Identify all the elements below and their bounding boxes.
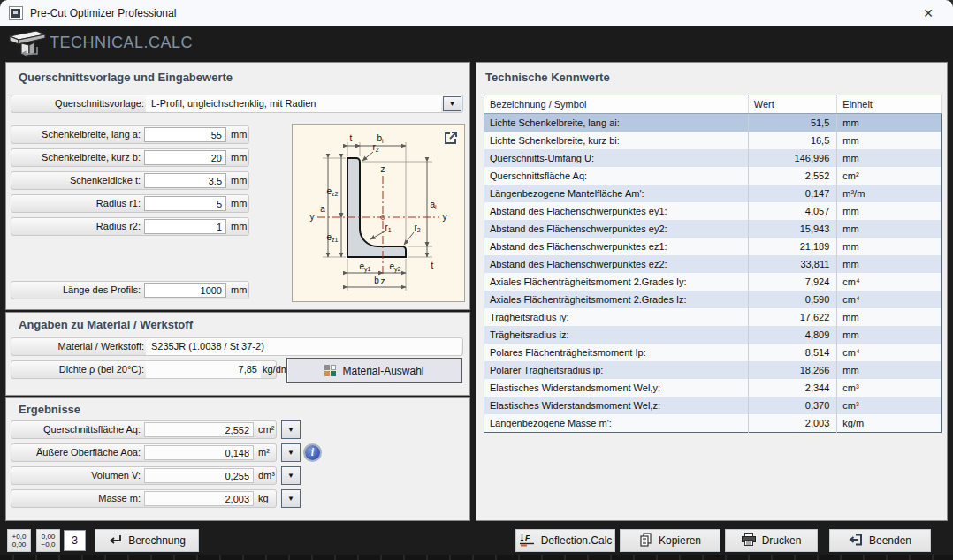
input-unit: mm	[231, 195, 247, 212]
decimal-decrease-button[interactable]: 0,00 −0,0	[36, 529, 60, 552]
table-row[interactable]: Trägheitsradius iy: 17,622 mm	[484, 308, 942, 326]
input-field-t[interactable]: 3.5	[144, 173, 226, 188]
input-unit: mm	[231, 149, 247, 166]
table-row[interactable]: Elastisches Widerstandsmoment Wel,y: 2,3…	[484, 379, 942, 397]
calculate-button[interactable]: Berechnung	[95, 529, 199, 552]
input-field-a[interactable]: 55	[144, 127, 226, 142]
decimal-increase-button[interactable]: +0,0 0,00	[7, 529, 31, 552]
row-name: Elastisches Widerstandsmoment Wel,y:	[484, 379, 749, 397]
input-unit: mm	[231, 172, 247, 189]
table-row[interactable]: Elastisches Widerstandsmoment Wel,z: 0,3…	[484, 397, 942, 414]
decimal-decrease-top-label: 0,00	[37, 533, 59, 541]
result-label: Volumen V:	[11, 467, 141, 484]
row-unit: mm	[837, 308, 942, 326]
input-row-b: Schenkelbreite, kurz b: 20 mm	[11, 148, 249, 167]
material-value: S235JR (1.0038 / St 37-2)	[146, 338, 461, 355]
input-label: Radius r1:	[11, 195, 141, 212]
table-row[interactable]: Polares Flächenträgheitsmoment Ip: 8,514…	[484, 344, 942, 361]
print-label: Drucken	[762, 534, 802, 547]
open-external-icon[interactable]	[443, 130, 459, 146]
table-row[interactable]: Polarer Trägheitsradius ip: 18,266 mm	[484, 361, 942, 379]
table-row[interactable]: Axiales Flächenträgheitsmoment 2.Grades …	[484, 273, 942, 291]
result-value: 2,003	[144, 491, 254, 506]
copy-button[interactable]: Kopieren	[620, 529, 720, 552]
input-field-r1[interactable]: 5	[144, 196, 226, 211]
table-row[interactable]: Längenbezogene Mantelfläche Am': 0,147 m…	[484, 185, 942, 202]
kennwerte-table-body: Lichte Schenkelbreite, lang ai: 51,5 mm …	[484, 114, 942, 433]
row-name: Abstand des Flächenschwerpunktes ez1:	[484, 238, 749, 255]
dim-label-t-top: t	[350, 133, 353, 143]
result-volume-dropdown-button[interactable]: ▼	[281, 466, 301, 485]
table-row[interactable]: Abstand des Flächenschwerpunktes ey1: 4,…	[484, 202, 942, 220]
table-row[interactable]: Querschnitts-Umfang U: 146,996 mm	[484, 149, 942, 167]
table-row[interactable]: Trägheitsradius iz: 4,809 mm	[484, 326, 942, 344]
result-unit: cm²	[258, 421, 274, 438]
template-combobox[interactable]: L-Profil, ungleichschenklig, mit Radien	[146, 95, 441, 112]
title-bar: Pre-Cut Optimizer Professional ✕	[0, 0, 953, 26]
row-unit: mm	[837, 255, 942, 273]
table-row[interactable]: Lichte Schenkelbreite, lang ai: 51,5 mm	[484, 114, 942, 132]
dim-label-r1: r1	[385, 223, 391, 233]
axis-label-z-bottom: z	[381, 276, 385, 286]
row-unit: cm⁴	[837, 291, 942, 308]
section-material: Angaben zu Material / Werkstoff Material…	[5, 312, 470, 396]
row-value: 0,590	[748, 291, 837, 308]
result-value: 2,552	[144, 422, 254, 437]
table-row[interactable]: Querschnittsfläche Aq: 2,552 cm²	[484, 167, 942, 185]
print-button[interactable]: Drucken	[725, 529, 818, 552]
decimal-increase-bottom-label: 0,00	[8, 541, 30, 549]
close-icon[interactable]: ✕	[916, 0, 941, 26]
chevron-down-icon: ▼	[287, 449, 294, 457]
material-select-button[interactable]: Material-Auswahl	[286, 358, 462, 383]
chevron-down-icon: ▼	[287, 426, 294, 434]
row-unit: cm⁴	[837, 344, 942, 361]
template-combo-row: Querschnittsvorlage: L-Profil, ungleichs…	[11, 95, 463, 113]
decimal-places-field[interactable]: 3	[64, 530, 86, 551]
app-header: TECHNICAL.CALC	[0, 26, 953, 58]
column-header-value: Wert	[748, 95, 837, 114]
section-template-inputs: Querschnittsvorlage und Eingabewerte Que…	[5, 62, 470, 310]
result-aoa-dropdown-button[interactable]: ▼	[281, 443, 301, 462]
result-label: Querschnittsfläche Aq:	[11, 421, 141, 438]
table-row[interactable]: Abstand des Flächenschwerpunktes ez1: 21…	[484, 238, 942, 255]
table-row[interactable]: Längenbezogene Masse m': 2,003 kg/m	[484, 414, 942, 433]
dim-label-t-right: t	[431, 261, 434, 270]
axis-label-y-left: y	[310, 212, 315, 222]
table-row[interactable]: Axiales Flächenträgheitsmoment 2.Grades …	[484, 291, 942, 308]
result-aq-dropdown-button[interactable]: ▼	[281, 420, 301, 439]
dim-label-b: b	[374, 276, 379, 285]
input-field-r2[interactable]: 1	[144, 219, 226, 234]
deflection-calc-button[interactable]: F Deflection.Calc	[515, 529, 615, 552]
row-unit: kg/m	[837, 414, 942, 433]
row-name: Trägheitsradius iz:	[484, 326, 749, 344]
dim-label-ey2: ey2	[390, 261, 401, 273]
result-value: 0,148	[144, 445, 254, 460]
table-row[interactable]: Abstand des Flächenschwerpunktes ez2: 33…	[484, 255, 942, 273]
input-field-b[interactable]: 20	[144, 150, 226, 165]
calculate-label: Berechnung	[128, 534, 186, 547]
template-dropdown-button[interactable]: ▼	[443, 96, 461, 111]
result-mass-dropdown-button[interactable]: ▼	[281, 489, 301, 508]
row-unit: cm²	[837, 167, 942, 185]
app-icon	[9, 6, 23, 20]
input-field-length[interactable]: 1000	[144, 283, 226, 298]
row-name: Querschnittsfläche Aq:	[484, 167, 749, 185]
column-header-name: Bezeichnung / Symbol	[484, 95, 749, 114]
result-row-aoa: Äußere Oberfläche Aoa: 0,148 m²	[11, 443, 277, 462]
input-label: Schenkelbreite, kurz b:	[11, 149, 141, 166]
input-unit: mm	[231, 282, 247, 299]
row-name: Abstand des Flächenschwerpunktes ez2:	[484, 255, 749, 273]
dim-label-ez1: ez1	[327, 232, 339, 243]
row-value: 16,5	[748, 132, 837, 149]
table-row[interactable]: Lichte Schenkelbreite, kurz bi: 16,5 mm	[484, 132, 942, 149]
info-icon[interactable]: i	[305, 445, 320, 460]
window-title: Pre-Cut Optimizer Professional	[30, 0, 176, 26]
exit-icon	[849, 533, 863, 549]
density-row: Dichte ρ (bei 20°C): 7,85 kg/dm³	[11, 360, 277, 379]
row-name: Axiales Flächenträgheitsmoment 2.Grades …	[484, 291, 749, 308]
table-row[interactable]: Abstand des Flächenschwerpunktes ey2: 15…	[484, 220, 942, 238]
row-value: 4,809	[748, 326, 837, 344]
result-row-mass: Masse m: 2,003 kg	[11, 489, 277, 508]
exit-button[interactable]: Beenden	[829, 529, 931, 552]
input-label: Radius r2:	[11, 218, 141, 235]
